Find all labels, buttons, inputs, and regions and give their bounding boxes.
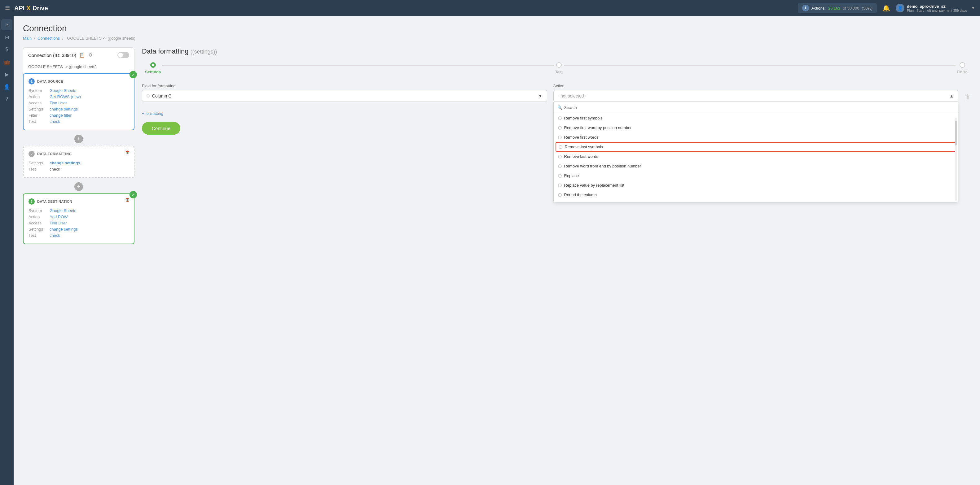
sidebar-item-help[interactable]: ? [1, 94, 13, 105]
action-label: Action [554, 84, 959, 88]
section-title: Data formatting ((settings)) [142, 48, 971, 55]
step1-row-settings: Settings change settings [29, 107, 129, 111]
option-label-6: Replace [564, 173, 579, 178]
dropdown-option-7[interactable]: Replace value by replacement list [554, 181, 958, 190]
step3-row-settings: Settings change settings [29, 227, 129, 231]
step3-row-system: System Google Sheets [29, 208, 129, 213]
logo-api: API [14, 5, 24, 12]
step3-number: 3 [29, 198, 35, 204]
sidebar-item-briefcase[interactable]: 💼 [1, 56, 13, 68]
prog-line-2 [564, 65, 956, 66]
option-radio-0 [558, 116, 562, 120]
sidebar-item-user[interactable]: 👤 [1, 81, 13, 92]
breadcrumb-connections[interactable]: Connections [38, 36, 60, 41]
sidebar-item-grid[interactable]: ⊞ [1, 32, 13, 43]
prog-circle-test [556, 62, 562, 68]
option-label-3: Remove last symbols [565, 144, 603, 149]
action-dropdown-panel: 🔍 Remove first symbols Remove first word… [554, 102, 959, 203]
add-step-btn-1[interactable]: + [74, 135, 83, 143]
dropdown-option-5[interactable]: Remove word from end by position number [554, 161, 958, 171]
option-radio-1 [558, 126, 562, 130]
action-placeholder: - not selected - [558, 94, 587, 98]
field-select[interactable]: Column C ▼ [142, 90, 547, 102]
sidebar-item-billing[interactable]: $ [1, 44, 13, 55]
circle-dot-icon [146, 94, 150, 98]
option-label-5: Remove word from end by position number [564, 164, 641, 168]
step2-title: DATA FORMATTING [37, 152, 72, 156]
option-radio-8 [558, 193, 562, 197]
action-chevron-up-icon: ▲ [949, 94, 954, 98]
breadcrumb: Main / Connections / GOOGLE SHEETS -> (g… [23, 36, 971, 41]
step3-header: 3 DATA DESTINATION [29, 198, 129, 204]
breadcrumb-main[interactable]: Main [23, 36, 32, 41]
step2-card: 🗑 2 DATA FORMATTING Settings change sett… [23, 146, 134, 178]
hamburger-icon[interactable]: ☰ [5, 5, 10, 11]
sidebar: ⌂ ⊞ $ 💼 ▶ 👤 ? [0, 16, 14, 485]
breadcrumb-current: GOOGLE SHEETS -> (google sheets) [67, 36, 135, 41]
option-label-0: Remove first symbols [564, 116, 603, 120]
sidebar-item-home[interactable]: ⌂ [1, 19, 13, 30]
option-radio-2 [558, 136, 562, 139]
step1-check-icon: ✓ [129, 71, 137, 78]
topnav-actions: i Actions: 25'161 of 50'000 (50%) 🔔 👤 de… [798, 3, 975, 13]
user-area: 👤 demo_apix-drive_s2 Plan | Start | left… [896, 4, 975, 13]
actions-box: i Actions: 25'161 of 50'000 (50%) [798, 3, 877, 13]
actions-count: 25'161 [828, 6, 840, 11]
step1-row-action: Action Get ROWS (new) [29, 94, 129, 99]
dropdown-search-input[interactable] [564, 105, 955, 110]
logo: APIXDrive [14, 5, 48, 12]
search-icon: 🔍 [557, 105, 562, 110]
copy-icon[interactable]: 📋 [79, 52, 85, 58]
sidebar-item-play[interactable]: ▶ [1, 69, 13, 80]
step3-row-test: Test check [29, 233, 129, 238]
delete-row-icon[interactable]: 🗑 [964, 94, 971, 101]
info-icon: i [802, 5, 809, 11]
step2-header: 2 DATA FORMATTING [29, 151, 129, 157]
option-radio-4 [558, 155, 562, 158]
step2-delete-icon[interactable]: 🗑 [125, 149, 130, 155]
add-step-btn-2[interactable]: + [74, 182, 83, 191]
add-formatting-link[interactable]: + formatting [142, 111, 163, 116]
form-row: Field for formatting Column C ▼ Action -… [142, 84, 971, 102]
dropdown-option-4[interactable]: Remove last words [554, 152, 958, 161]
prog-label-test: Test [555, 70, 563, 74]
dropdown-option-6[interactable]: Replace [554, 171, 958, 181]
user-details: demo_apix-drive_s2 Plan | Start | left u… [907, 4, 967, 13]
scrollbar-thumb[interactable] [955, 121, 957, 146]
connection-subtitle: GOOGLE SHEETS -> (google sheets) [23, 62, 134, 73]
prog-circle-settings [150, 62, 156, 68]
main-content: Connection Main / Connections / GOOGLE S… [14, 16, 980, 485]
prog-line-1 [162, 65, 554, 66]
left-panel: Connection (ID: 38910) 📋 ⚙ GOOGLE SHEETS… [23, 48, 134, 249]
step1-title: DATA SOURCE [37, 79, 63, 83]
dropdown-option-3[interactable]: Remove last symbols [555, 142, 956, 152]
prog-step-test: Test [555, 62, 563, 74]
field-value: Column C [152, 94, 171, 98]
option-label-7: Replace value by replacement list [564, 183, 624, 187]
actions-total: of 50'000 [843, 6, 859, 11]
gear-icon[interactable]: ⚙ [88, 52, 92, 58]
user-chevron-icon[interactable]: ▼ [971, 6, 975, 10]
step1-row-test: Test check [29, 119, 129, 124]
prog-step-settings: Settings [145, 62, 161, 74]
bell-icon[interactable]: 🔔 [882, 4, 890, 12]
action-select[interactable]: - not selected - ▲ [554, 90, 959, 102]
dropdown-option-8[interactable]: Round the column [554, 190, 958, 200]
toggle-knob [118, 52, 123, 57]
connection-toggle[interactable] [118, 52, 129, 58]
layout: Connection (ID: 38910) 📋 ⚙ GOOGLE SHEETS… [23, 48, 971, 249]
prog-label-finish: Finish [957, 70, 967, 74]
user-avatar: 👤 [896, 4, 904, 13]
step3-title: DATA DESTINATION [37, 200, 72, 203]
step1-row-system: System Google Sheets [29, 88, 129, 93]
dropdown-option-1[interactable]: Remove first word by position number [554, 123, 958, 133]
connection-title: Connection (ID: 38910) [28, 52, 76, 58]
step1-row-access: Access Tina User [29, 101, 129, 105]
step3-delete-icon[interactable]: 🗑 [125, 197, 130, 203]
continue-button[interactable]: Continue [142, 122, 180, 135]
field-for-formatting-group: Field for formatting Column C ▼ [142, 84, 547, 102]
dropdown-option-0[interactable]: Remove first symbols [554, 113, 958, 123]
user-name: demo_apix-drive_s2 [907, 4, 967, 9]
dropdown-option-2[interactable]: Remove first words [554, 133, 958, 142]
toggle-switch[interactable] [118, 52, 129, 58]
